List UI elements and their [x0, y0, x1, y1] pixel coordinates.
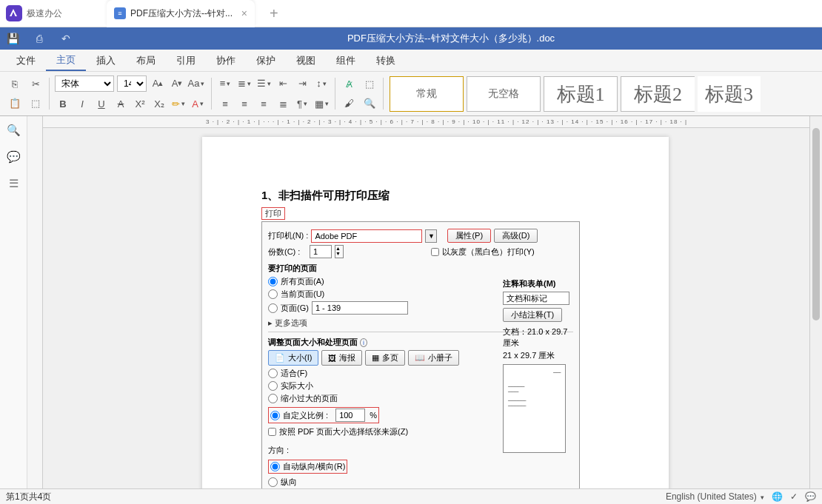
app-logo-icon — [6, 5, 22, 21]
spinner-icon[interactable]: ▲▼ — [335, 245, 344, 258]
multilevel-icon[interactable]: ☰▾ — [255, 75, 272, 92]
radio-fit[interactable] — [268, 369, 278, 378]
format-painter-icon[interactable]: 🖌 — [341, 95, 357, 111]
doc-title: PDF压缩大小方法--针对文件大小（多少兆）.doc — [86, 32, 816, 45]
document-tab[interactable]: ≡ PDF压缩大小方法--针对... × — [107, 0, 255, 27]
grp-pages: 要打印的页面 — [268, 263, 573, 274]
search-icon[interactable]: 🔍 — [7, 124, 21, 137]
radio-portrait[interactable] — [268, 477, 278, 487]
italic-icon[interactable]: I — [74, 95, 90, 112]
scroll-thumb[interactable] — [812, 128, 820, 320]
size-select[interactable]: 14 — [117, 75, 147, 92]
pages-input[interactable] — [312, 301, 408, 315]
copy-icon[interactable]: ⎘ — [7, 76, 23, 93]
justify-icon[interactable]: ≣ — [275, 95, 291, 112]
doc-tag: 打印 — [261, 207, 285, 220]
menu-protect[interactable]: 保护 — [246, 51, 286, 70]
radio-actual[interactable] — [268, 381, 278, 391]
tab-multi-button[interactable]: ▦ 多页 — [365, 350, 405, 366]
para-mark-icon[interactable]: ¶▾ — [294, 95, 310, 112]
radio-all-pages[interactable] — [268, 277, 278, 286]
style-h3[interactable]: 标题3 — [698, 76, 761, 112]
clear-format-icon[interactable]: A̷ — [341, 76, 357, 93]
font-color-icon[interactable]: A▾ — [190, 95, 206, 112]
scrollbar-vertical[interactable] — [809, 116, 822, 488]
radio-pages[interactable] — [268, 303, 278, 313]
shading-icon[interactable]: ▦▾ — [313, 95, 330, 112]
subscript-icon[interactable]: X₂ — [151, 95, 167, 112]
font-shrink-icon[interactable]: A▾ — [169, 75, 185, 92]
close-icon[interactable]: × — [241, 7, 247, 19]
underline-icon[interactable]: U — [93, 95, 110, 112]
cursor-icon[interactable]: ⬚ — [27, 95, 44, 111]
lbl-printer: 打印机(N) : — [268, 230, 308, 241]
menu-collab[interactable]: 协作 — [206, 51, 246, 70]
style-normal[interactable]: 常规 — [390, 76, 464, 112]
menu-layout[interactable]: 布局 — [126, 51, 166, 70]
radio-current-page[interactable] — [268, 289, 278, 299]
change-case-icon[interactable]: Aa▾ — [188, 75, 204, 92]
lbl-paper-size: 21 x 29.7 厘米 — [503, 350, 573, 361]
menu-convert[interactable]: 转换 — [366, 51, 406, 70]
copies-input[interactable] — [310, 245, 332, 258]
style-nospace[interactable]: 无空格 — [467, 76, 541, 112]
find-icon[interactable]: 🔍 — [361, 95, 378, 111]
superscript-icon[interactable]: X² — [132, 95, 148, 112]
globe-icon[interactable]: 🌐 — [772, 491, 783, 502]
indent-icon[interactable]: ⇥ — [294, 75, 310, 92]
radio-custom-scale[interactable] — [270, 411, 280, 420]
advanced-button[interactable]: 高级(D) — [494, 229, 538, 243]
line-spacing-icon[interactable]: ↕▾ — [313, 75, 330, 92]
tab-size-button[interactable]: 📄 大小(I) — [268, 350, 318, 366]
bold-icon[interactable]: B — [55, 95, 71, 112]
style-h2[interactable]: 标题2 — [621, 76, 695, 112]
outline-icon[interactable]: ☰ — [9, 177, 19, 190]
new-tab-icon[interactable]: + — [270, 5, 278, 22]
undo-icon[interactable]: ↶ — [59, 32, 73, 45]
menu-file[interactable]: 文件 — [6, 51, 46, 70]
menu-insert[interactable]: 插入 — [86, 51, 126, 70]
print-icon[interactable]: ⎙ — [33, 32, 46, 45]
lbl-doc-size: 文档：21.0 x 29.7厘米 — [503, 326, 573, 349]
printer-select[interactable] — [311, 229, 422, 243]
grayscale-checkbox[interactable] — [431, 248, 439, 256]
bullets-icon[interactable]: ≡▾ — [217, 75, 233, 92]
properties-button[interactable]: 属性(P) — [447, 229, 491, 243]
dedent-icon[interactable]: ⇤ — [275, 75, 291, 92]
page: 1、非扫描件可用打印压缩 打印 打印机(N) : ▼ 属性(P) 高级(D) 份… — [202, 137, 669, 488]
doc-heading: 1、非扫描件可用打印压缩 — [261, 189, 609, 203]
comment-icon[interactable]: 💬 — [7, 150, 21, 164]
cut-icon[interactable]: ✂ — [27, 76, 44, 93]
select-icon[interactable]: ⬚ — [361, 76, 378, 93]
tab-booklet-button[interactable]: 📖 小册子 — [408, 350, 459, 366]
canvas: 3 · | · 2 · | · 1 · | · · · | · 1 · | · … — [43, 116, 809, 488]
menu-view[interactable]: 视图 — [286, 51, 326, 70]
font-grow-icon[interactable]: A▴ — [150, 75, 166, 92]
paper-source-checkbox[interactable] — [268, 428, 276, 436]
language-selector[interactable]: English (United States) ▾ — [666, 491, 764, 502]
align-center-icon[interactable]: ≡ — [236, 95, 253, 112]
align-right-icon[interactable]: ≡ — [255, 95, 272, 112]
menu-ref[interactable]: 引用 — [166, 51, 206, 70]
align-left-icon[interactable]: ≡ — [217, 95, 233, 112]
scale-input[interactable] — [335, 409, 365, 422]
save-icon[interactable]: 💾 — [6, 32, 19, 45]
print-dialog: 打印机(N) : ▼ 属性(P) 高级(D) 份数(C) : ▲▼ 以灰度（黑白… — [261, 221, 580, 488]
menu-component[interactable]: 组件 — [326, 51, 366, 70]
radio-shrink[interactable] — [268, 394, 278, 403]
comments-select[interactable] — [503, 292, 569, 305]
style-h1[interactable]: 标题1 — [544, 76, 618, 112]
paste-icon[interactable]: 📋 — [7, 95, 23, 111]
font-select[interactable]: 宋体 — [55, 75, 114, 92]
sidebar: 🔍 💬 ☰ — [0, 116, 27, 488]
tab-poster-button[interactable]: 🖼 海报 — [321, 350, 362, 366]
radio-auto-orient[interactable] — [270, 462, 280, 471]
dropdown-icon[interactable]: ▼ — [425, 229, 437, 243]
highlight-icon[interactable]: ✏▾ — [170, 95, 187, 112]
strike-icon[interactable]: A — [113, 95, 129, 112]
comments-icon[interactable]: 💬 — [805, 491, 816, 502]
spellcheck-icon[interactable]: ✓ — [790, 491, 798, 502]
numbering-icon[interactable]: ≣▾ — [236, 75, 253, 92]
menu-home[interactable]: 主页 — [46, 50, 86, 71]
summarize-button[interactable]: 小结注释(T) — [503, 308, 562, 322]
